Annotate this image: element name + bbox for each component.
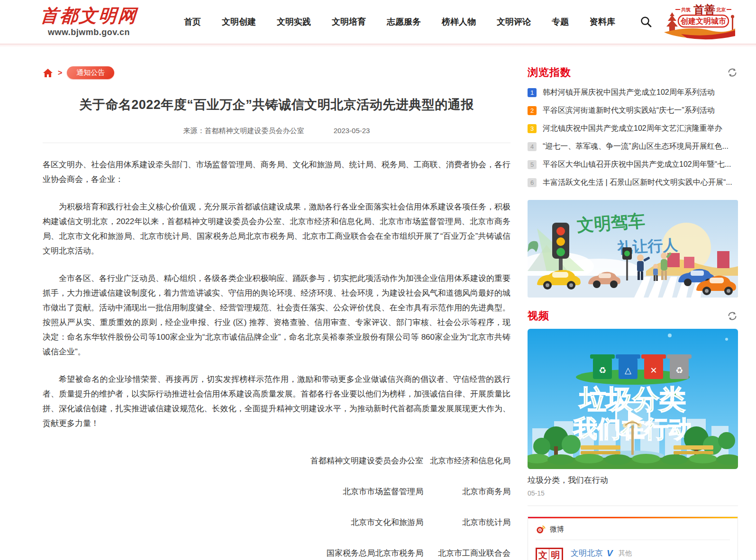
nav-item-special-topics[interactable]: 专题 [552,16,569,27]
nav-item-home[interactable]: 首页 [184,16,201,27]
signature-org: 首都精神文明建设委员会办公室 [43,455,423,466]
browse-index-title: 浏览指数 [528,65,571,80]
list-item-text: 韩村河镇开展庆祝中国共产党成立102周年系列活动 [543,88,715,98]
browse-index-heading: 浏览指数 [528,66,738,79]
rank-badge: 6 [528,178,537,187]
weibo-profile: 文 明 北 京 文明北京 V 其他 加关注 [536,548,730,560]
pagoda-silhouette [666,12,678,31]
article-column: > 通知公告 关于命名2022年度“百业万企”共铸诚信文明北京活动先进典型的通报… [43,44,510,560]
video-section: 视频 [528,310,738,497]
list-item-text: 河北镇庆祝中国共产党成立102周年文艺汇演隆重举办 [543,124,722,134]
meta-divider [43,143,510,143]
svg-text:✕: ✕ [650,366,657,375]
list-item[interactable]: 6 丰富活跃文化生活 | 石景山区新时代文明实践中心开展“... [528,173,738,191]
rank-badge: 5 [528,160,537,169]
article-body: 各区文明办、社会信用体系建设牵头部门、市场监督管理局、商务局、文化和旅游局、统计… [43,157,510,431]
svg-text:♻: ♻ [675,366,683,375]
signature-org: 北京市经济和信息化局 [423,455,510,466]
signature-row: 北京市文化和旅游局 北京市统计局 [43,517,510,528]
list-item[interactable]: 5 平谷区大华山镇召开庆祝中国共产党成立102周年暨“七... [528,155,738,173]
article-title: 关于命名2022年度“百业万企”共铸诚信文明北京活动先进典型的通报 [43,96,510,113]
nav-item-civilization-practice[interactable]: 文明实践 [277,16,311,27]
list-item[interactable]: 3 河北镇庆祝中国共产党成立102周年文艺汇演隆重举办 [528,119,738,137]
badge-top-center: 首善 [693,3,715,16]
avatar-char: 明 [549,549,562,560]
civilized-driving-banner[interactable]: 文明驾车 礼让行人 [528,200,738,298]
svg-text:♻: ♻ [599,366,606,375]
nav-item-civilization-cultivation[interactable]: 文明培育 [332,16,366,27]
article-paragraph: 希望被命名的企业珍惜荣誉、再接再厉，切实发挥榜样示范作用，激励和带动更多企业做诚… [43,372,510,431]
badge-top-right: 北京 [716,7,726,12]
svg-text:△: △ [625,366,631,375]
list-item[interactable]: 1 韩村河镇开展庆祝中国共产党成立102周年系列活动 [528,83,738,101]
breadcrumb-category[interactable]: 通知公告 [67,66,114,79]
video-date: 05-15 [528,489,738,497]
weibo-account-name[interactable]: 文明北京 [571,548,603,559]
rank-badge: 4 [528,142,537,151]
nav-item-role-models[interactable]: 榜样人物 [442,16,476,27]
nav-item-data-library[interactable]: 资料库 [590,16,615,27]
article-paragraph: 全市各区、各行业广泛动员、精心组织，各级各类企业积极响应、踊跃参与，切实把此项活… [43,271,510,359]
list-item-text: 平谷区滨河街道新时代文明实践站“庆七一”系列活动 [543,106,715,116]
article-date: 2023-05-23 [334,126,370,135]
weibo-icon [536,524,546,534]
video-title: 视频 [528,309,549,323]
signature-org: 北京市商务局 [423,486,510,497]
badge-box-text: 创建文明城市 [680,17,726,25]
tower-silhouette [731,15,734,31]
signature-org: 北京市文化和旅游局 [43,517,423,528]
signature-row: 国家税务总局北京市税务局 北京市工商业联合会 [43,548,510,559]
rank-badge: 2 [528,106,537,115]
signature-row: 首都精神文明建设委员会办公室 北京市经济和信息化局 [43,455,510,466]
article-source: 首都精神文明建设委员会办公室 [205,126,304,135]
civilized-city-badge[interactable]: 共筑 首善 北京 创建文明城市 [662,1,737,43]
nav-item-civilization-review[interactable]: 文明评论 [497,16,531,27]
home-icon[interactable] [43,68,53,78]
list-item-text: 丰富活跃文化生活 | 石景山区新时代文明实践中心开展“... [543,178,732,188]
signature-org: 北京市统计局 [423,517,510,528]
search-icon[interactable] [640,16,652,28]
site-logo[interactable]: 首都文明网 www.bjwmb.gov.cn [40,7,137,37]
signature-org: 北京市市场监督管理局 [43,486,423,497]
weibo-verified-icon: V [607,548,613,559]
building [717,251,729,268]
signature-row: 北京市市场监督管理局 北京市商务局 [43,486,510,497]
weibo-header-label: 微博 [550,525,564,534]
signature-org: 北京市工商业联合会 [423,548,510,559]
weibo-header: 微博 [536,524,730,540]
video-heading: 视频 [528,310,738,322]
badge-top-left: 共筑 [681,7,691,12]
building [684,257,694,268]
site-logo-url: www.bjwmb.gov.cn [48,27,130,37]
article-paragraph: 为积极培育和践行社会主义核心价值观，充分展示首都诚信建设成果，激励各行各业全面落… [43,199,510,258]
signature-org: 国家税务总局北京市税务局 [43,548,423,559]
sidebar-divider [528,506,738,506]
weibo-card: 微博 文 明 北 京 文明北京 V 其他 [528,516,738,560]
article-source-label: 来源： [183,126,205,135]
nav-item-civilization-creation[interactable]: 文明创建 [222,16,256,27]
refresh-icon[interactable] [727,67,738,78]
main-content: > 通知公告 关于命名2022年度“百业万企”共铸诚信文明北京活动先进典型的通报… [0,44,756,560]
site-header: 首都文明网 www.bjwmb.gov.cn 首页 文明创建 文明实践 文明培育… [0,0,756,44]
breadcrumb: > 通知公告 [43,66,510,79]
site-logo-title: 首都文明网 [40,7,138,25]
article-paragraph: 各区文明办、社会信用体系建设牵头部门、市场监督管理局、商务局、文化和旅游局、统计… [43,157,510,187]
browse-index-list: 1 韩村河镇开展庆祝中国共产党成立102周年系列活动 2 平谷区滨河街道新时代文… [528,83,738,191]
sidebar: 浏览指数 1 韩村河镇开展庆祝中国共产党成立102周年系列活动 2 [528,44,738,560]
list-item-text: 平谷区大华山镇召开庆祝中国共产党成立102周年暨“七... [543,160,731,170]
video-caption[interactable]: 垃圾分类，我们在行动 [528,475,738,486]
article-meta: 来源：首都精神文明建设委员会办公室 2023-05-23 [43,126,510,135]
refresh-icon[interactable] [727,310,738,322]
avatar[interactable]: 文 明 北 京 [536,548,563,560]
nav-item-volunteer-service[interactable]: 志愿服务 [387,16,421,27]
list-item[interactable]: 2 平谷区滨河街道新时代文明实践站“庆七一”系列活动 [528,101,738,119]
avatar-char: 文 [537,549,549,560]
weibo-account-tag: 其他 [619,549,632,558]
main-nav: 首页 文明创建 文明实践 文明培育 志愿服务 榜样人物 文明评论 专题 资料库 [184,16,615,27]
page: 首都文明网 www.bjwmb.gov.cn 首页 文明创建 文明实践 文明培育… [0,0,756,560]
list-item-text: “迎七一、萃军魂、争一流”房山区生态环境局开展红色... [543,142,729,152]
rank-badge: 1 [528,88,537,97]
video-thumbnail[interactable]: ♻ △ ✕ [528,329,738,469]
list-item[interactable]: 4 “迎七一、萃军魂、争一流”房山区生态环境局开展红色... [528,137,738,155]
rank-badge: 3 [528,124,537,133]
